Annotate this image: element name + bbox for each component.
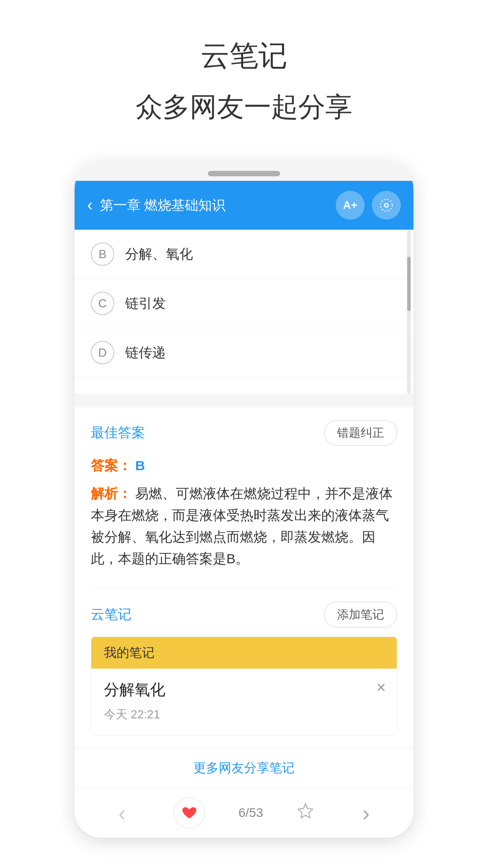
notes-header: 云笔记 添加笔记 [91, 602, 397, 627]
phone-notch-bar [75, 162, 413, 181]
next-button[interactable]: › [348, 799, 384, 826]
analysis-text: 易燃、可燃液体在燃烧过程中，并不是液体本身在燃烧，而是液体受热时蒸发出来的液体蒸… [91, 486, 393, 566]
note-time: 今天 22:21 [104, 707, 384, 722]
quiz-area: B 分解、氧化 C 链引发 D 链传递 [75, 230, 413, 394]
add-note-button[interactable]: 添加笔记 [324, 602, 397, 627]
nav-counter: 6/53 [239, 806, 263, 820]
answer-label: 答案： [91, 458, 131, 473]
back-button[interactable]: ‹ [87, 196, 93, 215]
section-spacer [75, 394, 413, 407]
answer-line: 答案： B [91, 455, 397, 476]
phone-notch [208, 171, 280, 176]
header-title: 第一章 燃烧基础知识 [100, 196, 328, 215]
star-button[interactable] [296, 802, 314, 824]
notes-section: 云笔记 添加笔记 我的笔记 分解氧化 今天 22:21 × [75, 589, 413, 748]
option-b-circle: B [91, 242, 114, 266]
bottom-nav: ‹ 6/53 › [75, 788, 413, 838]
note-title: 分解氧化 [104, 679, 384, 700]
option-c-text: 链引发 [125, 294, 166, 313]
option-b[interactable]: B 分解、氧化 [75, 230, 413, 279]
option-c[interactable]: C 链引发 [75, 279, 413, 328]
heart-button[interactable] [174, 797, 205, 829]
option-d[interactable]: D 链传递 [75, 328, 413, 377]
svg-point-0 [385, 203, 388, 207]
phone-content: ‹ 第一章 燃烧基础知识 A+ B 分解、氧化 C [75, 181, 413, 838]
best-answer-label: 最佳答案 [91, 424, 145, 442]
header-bar: ‹ 第一章 燃烧基础知识 A+ [75, 181, 413, 230]
analysis-line: 解析： 易燃、可燃液体在燃烧过程中，并不是液体本身在燃烧，而是液体受热时蒸发出来… [91, 483, 397, 570]
note-close-button[interactable]: × [376, 679, 386, 696]
font-size-button[interactable]: A+ [336, 191, 365, 220]
option-d-text: 链传递 [125, 344, 166, 362]
app-title: 云笔记 [201, 36, 287, 75]
answer-value: B [135, 458, 145, 473]
scrollbar-thumb[interactable] [407, 257, 411, 311]
notes-label: 云笔记 [91, 605, 131, 624]
option-c-circle: C [91, 292, 114, 315]
svg-point-1 [380, 199, 392, 211]
header-actions: A+ [336, 191, 401, 220]
analysis-label: 解析： [91, 486, 131, 501]
option-d-circle: D [91, 341, 114, 364]
answer-section: 最佳答案 错题纠正 答案： B 解析： 易燃、可燃液体在燃烧过程中，并不是液体本… [75, 407, 413, 589]
option-b-text: 分解、氧化 [125, 245, 193, 264]
settings-button[interactable] [372, 191, 401, 220]
error-correct-button[interactable]: 错题纠正 [324, 420, 397, 446]
scrollbar-track [407, 230, 411, 394]
more-notes-link[interactable]: 更多网友分享笔记 [75, 748, 413, 788]
app-subtitle: 众多网友一起分享 [136, 89, 352, 126]
top-section: 云笔记 众多网友一起分享 [0, 0, 488, 144]
my-note-card: 我的笔记 分解氧化 今天 22:21 × [91, 637, 397, 736]
my-note-header: 我的笔记 [91, 637, 397, 669]
answer-header: 最佳答案 错题纠正 [91, 420, 397, 446]
phone-mockup: ‹ 第一章 燃烧基础知识 A+ B 分解、氧化 C [75, 162, 413, 838]
prev-button[interactable]: ‹ [104, 799, 140, 826]
my-note-content: 分解氧化 今天 22:21 × [91, 669, 397, 735]
